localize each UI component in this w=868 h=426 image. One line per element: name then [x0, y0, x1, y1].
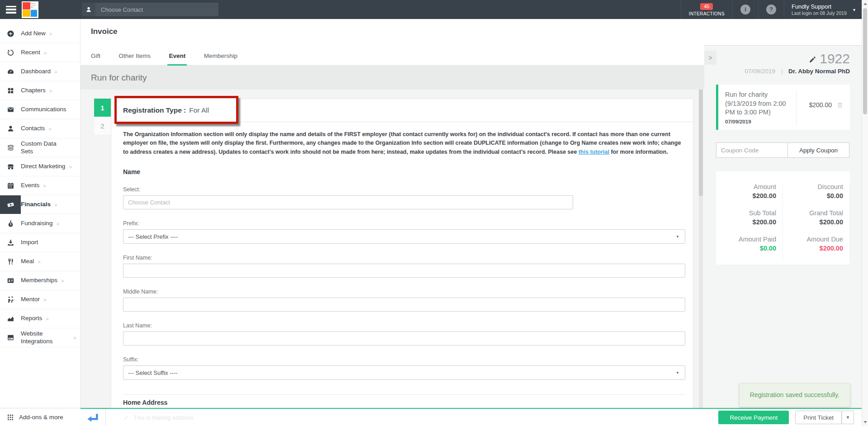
- sidebar-item-contacts[interactable]: Contacts >: [0, 119, 80, 138]
- print-ticket-button[interactable]: Print Ticket: [795, 411, 842, 424]
- sidebar-item-communications[interactable]: Communications: [0, 100, 80, 119]
- content-scrollbar-thumb[interactable]: [699, 90, 703, 196]
- tab-other-items[interactable]: Other Items: [119, 52, 151, 65]
- scroll-up-arrow-icon[interactable]: [863, 3, 867, 5]
- return-arrow-icon: [86, 412, 100, 423]
- sidebar-item-reports[interactable]: Reports >: [0, 309, 80, 328]
- coupon-row: Apply Coupon: [716, 142, 850, 158]
- chevron-right-icon: >: [38, 259, 40, 265]
- totals-card: Amount $200.00 Discount $0.00 Sub Total …: [716, 171, 850, 265]
- sidebar-item-chapters[interactable]: Chapters >: [0, 81, 80, 100]
- info-menu[interactable]: i: [732, 0, 758, 19]
- total-grand-total: Grand Total $200.00: [783, 209, 850, 236]
- page-title: Invoice: [81, 19, 704, 36]
- apply-coupon-button[interactable]: Apply Coupon: [787, 142, 849, 158]
- info-icon: i: [740, 5, 750, 14]
- panel-collapse-button[interactable]: >: [704, 51, 716, 65]
- help-icon: ?: [766, 5, 776, 14]
- sidebar-item-website-integrations[interactable]: Website Integrations >: [0, 328, 80, 347]
- suffix-label: Suffix:: [123, 356, 681, 363]
- contact-select-input[interactable]: [123, 195, 573, 209]
- runners-icon: [0, 290, 21, 309]
- back-button[interactable]: [81, 409, 106, 426]
- logo-text: Monty Crisco Arts Center: [31, 2, 37, 9]
- tutorial-link[interactable]: this tutorial: [579, 149, 609, 155]
- envelope-icon: [0, 100, 21, 119]
- step-1-tab[interactable]: 1: [94, 99, 111, 117]
- trash-icon[interactable]: [836, 101, 844, 109]
- sidebar-item-mentor[interactable]: Mentor >: [0, 290, 80, 309]
- utensils-icon: [0, 252, 21, 271]
- grid-icon: [0, 81, 21, 100]
- edit-pencil-icon[interactable]: [809, 56, 816, 63]
- tab-gift[interactable]: Gift: [91, 52, 100, 65]
- coupon-code-input[interactable]: [716, 142, 788, 158]
- check-icon: ✓: [124, 414, 129, 421]
- section-divider: [123, 394, 685, 395]
- print-ticket-dropdown-caret[interactable]: ▼: [842, 411, 854, 424]
- sidebar-item-custom-data-sets[interactable]: Custom Data Sets: [0, 138, 80, 157]
- help-menu[interactable]: ?: [758, 0, 784, 19]
- chevron-right-icon: >: [43, 297, 46, 303]
- org-logo[interactable]: Monty Crisco Arts Center: [22, 1, 38, 18]
- sidebar-item-direct-marketing[interactable]: Direct Marketing >: [0, 157, 80, 176]
- sidebar-item-financials[interactable]: Financials >: [0, 195, 80, 214]
- chevron-right-icon: >: [73, 335, 76, 341]
- step-2-tab[interactable]: 2: [94, 117, 111, 135]
- id-card-icon: [0, 271, 21, 290]
- chevron-right-icon: >: [49, 88, 52, 94]
- name-section-heading: Name: [123, 168, 681, 175]
- invoice-number-row: 1922: [716, 51, 850, 66]
- tab-membership[interactable]: Membership: [204, 52, 237, 65]
- sidebar-item-dashboard[interactable]: Dashboard >: [0, 62, 80, 81]
- scroll-down-arrow-icon[interactable]: [863, 421, 867, 423]
- step-tabs: 1 2: [94, 99, 111, 135]
- window-scrollbar[interactable]: [862, 0, 868, 426]
- organization-info-notice: The Organization Information section wil…: [123, 130, 685, 156]
- total-subtotal: Sub Total $200.00: [716, 209, 783, 236]
- layers-icon: [0, 138, 21, 157]
- sidebar-item-memberships[interactable]: Memberships >: [0, 271, 80, 290]
- choose-contact-search-input[interactable]: [95, 3, 218, 16]
- person-icon: [0, 119, 21, 138]
- hamburger-menu-icon[interactable]: [6, 6, 16, 14]
- registration-type-label: Registration Type :: [123, 106, 186, 114]
- total-amount: Amount $200.00: [716, 183, 783, 209]
- sidebar-item-meal[interactable]: Meal >: [0, 252, 80, 271]
- registration-card: Registration Type : For All The Organiza…: [111, 99, 693, 408]
- content-scrollbar[interactable]: [699, 90, 703, 408]
- prefix-select[interactable]: --- Select Prefix ----: [123, 229, 685, 244]
- user-menu-caret-icon: ▾: [853, 7, 855, 12]
- last-name-field[interactable]: [123, 331, 685, 346]
- sidebar-item-add-new[interactable]: Add New >: [0, 24, 80, 43]
- total-amount-paid: Amount Paid $0.00: [716, 236, 783, 262]
- addons-and-more[interactable]: Add-ons & more: [0, 408, 81, 426]
- interactions-menu[interactable]: 45 INTERACTIONS: [681, 0, 732, 19]
- interactions-label: INTERACTIONS: [689, 11, 725, 16]
- footer-bar: Add-ons & more ✓ This is Mailing Address…: [0, 408, 862, 426]
- sidebar-item-import[interactable]: Import: [0, 233, 80, 252]
- last-name-label: Last Name:: [123, 322, 681, 329]
- suffix-select[interactable]: --- Select Suffix ----: [123, 365, 685, 380]
- sidebar-item-recent[interactable]: Recent >: [0, 43, 80, 62]
- sidebar-item-fundraising[interactable]: $ Fundraising >: [0, 214, 80, 233]
- home-address-heading: Home Address: [123, 399, 681, 406]
- first-name-field[interactable]: [123, 264, 685, 278]
- receive-payment-button[interactable]: Receive Payment: [718, 411, 789, 424]
- line-item-date: 07/09/2019: [725, 118, 791, 126]
- ghost-mailing-address: ✓ This is Mailing Address: [124, 414, 194, 421]
- middle-name-field[interactable]: [123, 298, 685, 312]
- chevron-right-icon: >: [49, 31, 52, 37]
- chevron-right-icon: >: [43, 183, 46, 189]
- meta-separator: |: [781, 68, 783, 75]
- calendar-icon: [0, 176, 21, 195]
- logo-red-square: [23, 2, 30, 9]
- chevron-right-icon: >: [46, 316, 48, 322]
- chevron-right-icon: >: [44, 50, 47, 56]
- middle-name-label: Middle Name:: [123, 289, 681, 295]
- user-menu[interactable]: Fundly Support Last login on 08 July 201…: [784, 0, 862, 19]
- sidebar-item-events[interactable]: Events >: [0, 176, 80, 195]
- storefront-icon: [0, 157, 21, 176]
- window-scrollbar-thumb[interactable]: [863, 8, 867, 114]
- tab-event[interactable]: Event: [169, 52, 185, 65]
